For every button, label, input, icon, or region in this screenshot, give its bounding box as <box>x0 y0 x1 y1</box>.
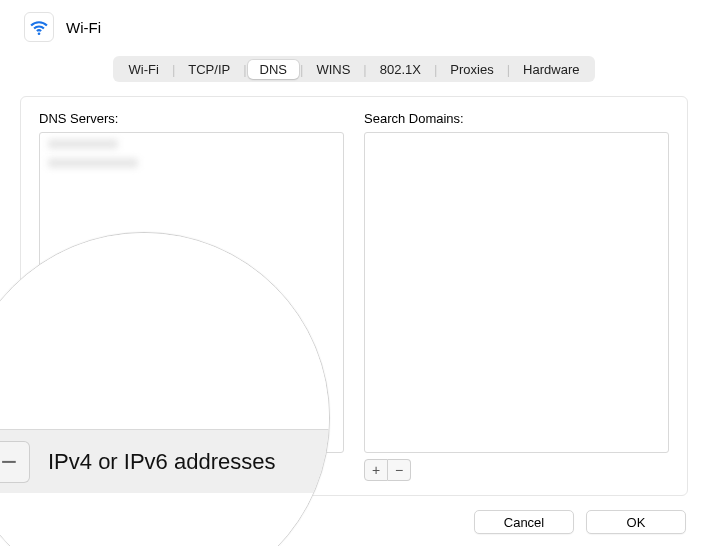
minus-icon: − <box>1 448 17 476</box>
dns-servers-label: DNS Servers: <box>39 111 344 126</box>
search-domains-label: Search Domains: <box>364 111 669 126</box>
cancel-button-label: Cancel <box>504 515 544 530</box>
tab-separator: | <box>242 62 247 77</box>
dns-server-entry-redacted <box>48 139 118 149</box>
search-domains-list[interactable] <box>364 132 669 453</box>
tab-separator: | <box>362 62 367 77</box>
ok-button[interactable]: OK <box>586 510 686 534</box>
tab-wifi[interactable]: Wi-Fi <box>117 60 171 79</box>
remove-dns-server-button-zoom: − <box>0 441 30 483</box>
ok-button-label: OK <box>627 515 646 530</box>
tabs-row: Wi-Fi | TCP/IP | DNS | WINS | 802.1X | P… <box>0 56 708 82</box>
tab-tcpip[interactable]: TCP/IP <box>176 60 242 79</box>
header: Wi-Fi <box>0 0 708 52</box>
settings-tabs: Wi-Fi | TCP/IP | DNS | WINS | 802.1X | P… <box>113 56 596 82</box>
search-domains-column: Search Domains: + − <box>364 111 669 481</box>
cancel-button[interactable]: Cancel <box>474 510 574 534</box>
tab-wins[interactable]: WINS <box>304 60 362 79</box>
dialog-footer: Cancel OK <box>474 510 686 534</box>
page-title: Wi-Fi <box>66 19 101 36</box>
plus-icon: + <box>372 463 380 477</box>
tab-8021x[interactable]: 802.1X <box>368 60 433 79</box>
add-search-domain-button[interactable]: + <box>364 459 388 481</box>
tab-proxies[interactable]: Proxies <box>438 60 505 79</box>
dns-server-entry-redacted <box>48 158 138 168</box>
minus-icon: − <box>395 463 403 477</box>
network-dns-settings-window: Wi-Fi Wi-Fi | TCP/IP | DNS | WINS | 802.… <box>0 0 708 546</box>
tab-hardware[interactable]: Hardware <box>511 60 591 79</box>
remove-search-domain-button[interactable]: − <box>388 459 411 481</box>
tab-dns[interactable]: DNS <box>248 60 299 79</box>
dns-hint-zoom: IPv4 or IPv6 addresses <box>48 449 275 475</box>
wifi-icon <box>24 12 54 42</box>
